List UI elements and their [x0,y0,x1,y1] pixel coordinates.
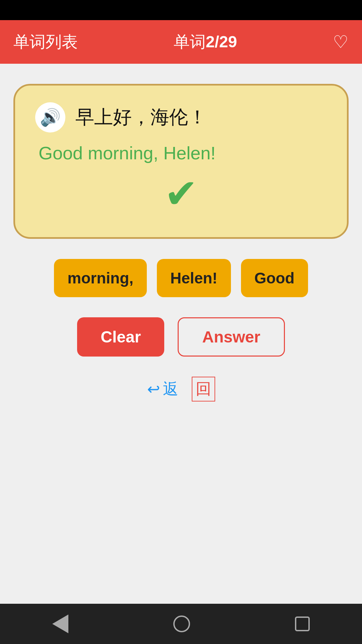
main-content: 🔊 早上好，海伦！ Good morning, Helen! ✔ morning… [0,64,362,604]
english-text: Good morning, Helen! [35,143,327,163]
nav-recent-icon[interactable] [295,616,310,631]
back-navigation[interactable]: ↩ 返 [147,379,178,399]
speaker-button[interactable]: 🔊 [35,102,65,132]
bottom-nav-bar [0,604,362,644]
word-list-title: 单词列表 [13,31,78,53]
word-button-morning[interactable]: morning, [54,259,147,297]
nav-row: ↩ 返 回 [147,377,215,401]
favorite-icon[interactable]: ♡ [333,32,349,52]
app-header: 单词列表 单词2/29 ♡ [0,20,362,64]
chinese-text: 早上好，海伦！ [75,105,207,130]
card-top-row: 🔊 早上好，海伦！ [35,102,327,132]
checkmark-icon: ✔ [164,173,198,214]
vocabulary-card: 🔊 早上好，海伦！ Good morning, Helen! ✔ [13,84,349,239]
word-button-helen[interactable]: Helen! [157,259,231,297]
nav-home-icon[interactable] [173,615,190,632]
back-arrow-icon: ↩ [147,380,160,398]
progress-label: 单词2/29 [174,31,237,53]
home-navigation[interactable]: 回 [192,377,215,401]
word-button-good[interactable]: Good [241,259,308,297]
answer-button[interactable]: Answer [178,317,285,357]
status-bar [0,0,362,20]
speaker-icon: 🔊 [40,108,61,127]
clear-button[interactable]: Clear [77,317,164,357]
back-label: 返 [163,379,178,399]
nav-back-icon[interactable] [52,614,68,633]
word-buttons-row: morning, Helen! Good [13,259,349,297]
checkmark-container: ✔ [35,173,327,214]
action-buttons-row: Clear Answer [77,317,285,357]
